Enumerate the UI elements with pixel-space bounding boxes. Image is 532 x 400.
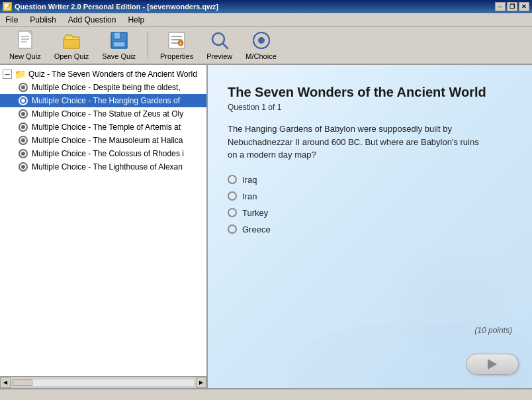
preview-icon [209, 30, 230, 51]
open-quiz-icon [61, 30, 82, 51]
toolbar-sep-1 [148, 32, 148, 58]
menu-help[interactable]: Help [125, 14, 147, 26]
tree-item-label-1: Multiple Choice - The Hanging Gardens of [32, 96, 180, 105]
option-radio-0 [228, 175, 237, 184]
tree-item-label-3: Multiple Choice - The Temple of Artemis … [32, 123, 181, 132]
option-radio-1 [228, 191, 237, 201]
scroll-left-button[interactable]: ◀ [0, 377, 11, 388]
title-bar-controls: ─ ❐ ✕ [495, 2, 529, 11]
menu-bar: File Publish Add Question Help [0, 13, 532, 26]
next-arrow-icon [488, 359, 497, 370]
quiz-option-2[interactable]: Turkey [228, 208, 512, 218]
title-bar-left: 📝 Question Writer 2.0 Personal Edition -… [3, 2, 218, 11]
mchoice-label: M/Choice [245, 52, 276, 60]
svg-rect-0 [19, 31, 32, 48]
tree-item-0[interactable]: Multiple Choice - Despite being the olde… [0, 81, 206, 94]
main-area: ─ 📁 Quiz - The Seven Wonders of the Anci… [0, 65, 532, 388]
left-panel: ─ 📁 Quiz - The Seven Wonders of the Anci… [0, 65, 208, 388]
svg-line-16 [223, 44, 228, 48]
quiz-option-0[interactable]: Iraq [228, 175, 512, 185]
quiz-title: The Seven Wonders of the Ancient World [228, 85, 512, 100]
menu-add-question[interactable]: Add Question [66, 14, 119, 26]
quiz-question-text: The Hanging Gardens of Babylon were supp… [228, 123, 479, 162]
radio-icon-4 [19, 136, 28, 145]
svg-rect-8 [113, 42, 125, 47]
restore-button[interactable]: ❐ [507, 2, 517, 11]
preview-button[interactable]: Preview [202, 28, 236, 62]
svg-rect-9 [169, 32, 185, 48]
radio-icon-2 [19, 109, 28, 119]
option-label-2: Turkey [242, 208, 268, 218]
tree-item-4[interactable]: Multiple Choice - The Mausoleum at Halic… [0, 134, 206, 147]
folder-icon: 📁 [15, 69, 26, 79]
scroll-thumb[interactable] [13, 379, 32, 386]
status-bar [0, 388, 532, 400]
app-icon: 📝 [3, 2, 12, 11]
svg-rect-5 [64, 39, 79, 48]
tree-root[interactable]: ─ 📁 Quiz - The Seven Wonders of the Anci… [0, 68, 206, 81]
tree-item-1[interactable]: Multiple Choice - The Hanging Gardens of [0, 94, 206, 107]
quiz-option-1[interactable]: Iran [228, 191, 512, 201]
close-button[interactable]: ✕ [519, 2, 529, 11]
save-quiz-icon [109, 30, 130, 51]
quiz-question-number: Question 1 of 1 [228, 103, 512, 112]
tree-item-label-6: Multiple Choice - The Lighthouse of Alex… [32, 162, 183, 172]
tree-item-label-4: Multiple Choice - The Mausoleum at Halic… [32, 136, 183, 145]
scroll-track[interactable] [12, 379, 195, 387]
svg-point-18 [258, 37, 265, 44]
collapse-button[interactable]: ─ [3, 70, 12, 79]
save-quiz-label: Save Quiz [102, 52, 136, 60]
option-label-3: Greece [242, 225, 271, 234]
new-quiz-button[interactable]: New Quiz [5, 28, 45, 62]
minimize-button[interactable]: ─ [495, 2, 506, 11]
right-panel: The Seven Wonders of the Ancient World Q… [208, 65, 532, 388]
background-decoration [208, 309, 532, 388]
quiz-options: Iraq Iran Turkey Greece [228, 175, 512, 234]
radio-icon-1 [19, 96, 28, 105]
option-label-0: Iraq [242, 175, 257, 185]
left-scrollbar: ◀ ▶ [0, 376, 206, 388]
radio-icon-0 [19, 83, 28, 92]
properties-button[interactable]: i Properties [156, 28, 197, 62]
scroll-right-button[interactable]: ▶ [196, 377, 206, 388]
menu-publish[interactable]: Publish [27, 14, 58, 26]
menu-file[interactable]: File [3, 14, 21, 26]
tree-item-label-5: Multiple Choice - The Colossus of Rhodes… [32, 149, 184, 158]
tree-item-label-2: Multiple Choice - The Statue of Zeus at … [32, 109, 183, 119]
mchoice-button[interactable]: M/Choice [242, 28, 280, 62]
tree-item-5[interactable]: Multiple Choice - The Colossus of Rhodes… [0, 147, 206, 160]
tree-area: ─ 📁 Quiz - The Seven Wonders of the Anci… [0, 65, 206, 376]
tree-item-3[interactable]: Multiple Choice - The Temple of Artemis … [0, 121, 206, 134]
quiz-content: The Seven Wonders of the Ancient World Q… [208, 65, 532, 248]
option-radio-3 [228, 225, 237, 234]
window-title: Question Writer 2.0 Personal Edition - [… [15, 3, 218, 11]
option-label-1: Iran [242, 191, 257, 201]
title-bar: 📝 Question Writer 2.0 Personal Edition -… [0, 0, 532, 13]
next-button[interactable] [466, 354, 519, 375]
tree-item-2[interactable]: Multiple Choice - The Statue of Zeus at … [0, 107, 206, 121]
quiz-points: (10 points) [474, 326, 512, 335]
preview-label: Preview [206, 52, 232, 60]
new-quiz-label: New Quiz [9, 52, 41, 60]
radio-icon-6 [19, 162, 28, 172]
tree-root-label: Quiz - The Seven Wonders of the Ancient … [28, 70, 197, 79]
tree-item-6[interactable]: Multiple Choice - The Lighthouse of Alex… [0, 160, 206, 174]
tree-item-label-0: Multiple Choice - Despite being the olde… [32, 83, 181, 92]
save-quiz-button[interactable]: Save Quiz [98, 28, 140, 62]
radio-icon-3 [19, 123, 28, 132]
open-quiz-button[interactable]: Open Quiz [50, 28, 93, 62]
quiz-option-3[interactable]: Greece [228, 225, 512, 234]
open-quiz-label: Open Quiz [54, 52, 89, 60]
properties-label: Properties [160, 52, 193, 60]
toolbar: New Quiz Open Quiz Save Quiz [0, 26, 532, 65]
mchoice-icon [251, 30, 272, 51]
svg-rect-7 [114, 32, 120, 39]
new-quiz-icon [15, 30, 36, 51]
properties-icon: i [166, 30, 187, 51]
radio-icon-5 [19, 149, 28, 158]
option-radio-2 [228, 208, 237, 217]
